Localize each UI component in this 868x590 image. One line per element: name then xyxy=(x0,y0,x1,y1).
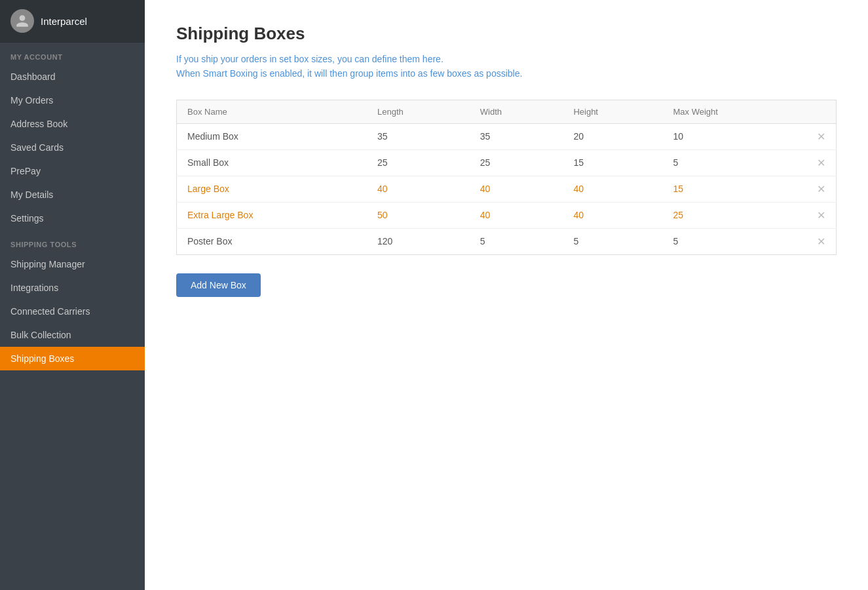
delete-row-button[interactable]: ✕ xyxy=(806,228,837,254)
cell-box-name: Medium Box xyxy=(177,123,367,149)
page-title: Shipping Boxes xyxy=(176,24,837,44)
cell-height: 20 xyxy=(563,123,662,149)
cell-height: 40 xyxy=(563,176,662,202)
sidebar-section-label-account: MY ACCOUNT xyxy=(0,43,145,65)
description-line1: If you ship your orders in set box sizes… xyxy=(176,52,837,66)
col-header-length: Length xyxy=(367,100,470,123)
table-row: Poster Box 120 5 5 5 ✕ xyxy=(177,228,837,254)
delete-row-button[interactable]: ✕ xyxy=(806,202,837,228)
cell-box-name: Small Box xyxy=(177,149,367,176)
cell-width: 40 xyxy=(470,202,563,228)
cell-box-name: Large Box xyxy=(177,176,367,202)
col-header-actions xyxy=(806,100,837,123)
cell-length: 35 xyxy=(367,123,470,149)
cell-max-weight: 5 xyxy=(662,149,806,176)
table-row: Large Box 40 40 40 15 ✕ xyxy=(177,176,837,202)
delete-row-button[interactable]: ✕ xyxy=(806,149,837,176)
delete-row-button[interactable]: ✕ xyxy=(806,176,837,202)
cell-length: 40 xyxy=(367,176,470,202)
cell-width: 25 xyxy=(470,149,563,176)
page-description: If you ship your orders in set box sizes… xyxy=(176,52,837,81)
sidebar-item-dashboard[interactable]: Dashboard xyxy=(0,65,145,88)
cell-width: 35 xyxy=(470,123,563,149)
cell-height: 40 xyxy=(563,202,662,228)
sidebar-item-connected-carriers[interactable]: Connected Carriers xyxy=(0,300,145,323)
cell-length: 120 xyxy=(367,228,470,254)
sidebar-section-shipping-tools: SHIPPING TOOLS Shipping Manager Integrat… xyxy=(0,230,145,370)
sidebar-section-my-account: MY ACCOUNT Dashboard My Orders Address B… xyxy=(0,43,145,230)
cell-height: 15 xyxy=(563,149,662,176)
avatar xyxy=(10,9,34,33)
col-header-box-name: Box Name xyxy=(177,100,367,123)
cell-max-weight: 15 xyxy=(662,176,806,202)
col-header-max-weight: Max Weight xyxy=(662,100,806,123)
cell-height: 5 xyxy=(563,228,662,254)
cell-length: 25 xyxy=(367,149,470,176)
col-header-height: Height xyxy=(563,100,662,123)
description-line2: When Smart Boxing is enabled, it will th… xyxy=(176,66,837,81)
delete-row-button[interactable]: ✕ xyxy=(806,123,837,149)
sidebar: Interparcel MY ACCOUNT Dashboard My Orde… xyxy=(0,0,145,590)
sidebar-header: Interparcel xyxy=(0,0,145,43)
shipping-boxes-table: Box Name Length Width Height Max Weight … xyxy=(176,100,837,255)
cell-max-weight: 25 xyxy=(662,202,806,228)
sidebar-item-settings[interactable]: Settings xyxy=(0,206,145,230)
cell-max-weight: 10 xyxy=(662,123,806,149)
cell-length: 50 xyxy=(367,202,470,228)
sidebar-item-bulk-collection[interactable]: Bulk Collection xyxy=(0,323,145,347)
sidebar-item-integrations[interactable]: Integrations xyxy=(0,276,145,300)
cell-width: 5 xyxy=(470,228,563,254)
table-row: Extra Large Box 50 40 40 25 ✕ xyxy=(177,202,837,228)
sidebar-item-address-book[interactable]: Address Book xyxy=(0,112,145,136)
sidebar-item-shipping-manager[interactable]: Shipping Manager xyxy=(0,252,145,276)
sidebar-item-prepay[interactable]: PrePay xyxy=(0,159,145,183)
sidebar-item-my-details[interactable]: My Details xyxy=(0,183,145,206)
brand-name: Interparcel xyxy=(41,16,87,27)
cell-box-name: Extra Large Box xyxy=(177,202,367,228)
sidebar-section-label-shipping: SHIPPING TOOLS xyxy=(0,230,145,252)
main-content: Shipping Boxes If you ship your orders i… xyxy=(145,0,868,590)
cell-width: 40 xyxy=(470,176,563,202)
table-row: Medium Box 35 35 20 10 ✕ xyxy=(177,123,837,149)
table-row: Small Box 25 25 15 5 ✕ xyxy=(177,149,837,176)
cell-max-weight: 5 xyxy=(662,228,806,254)
sidebar-item-my-orders[interactable]: My Orders xyxy=(0,88,145,112)
col-header-width: Width xyxy=(470,100,563,123)
cell-box-name: Poster Box xyxy=(177,228,367,254)
sidebar-item-shipping-boxes[interactable]: Shipping Boxes xyxy=(0,347,145,370)
sidebar-item-saved-cards[interactable]: Saved Cards xyxy=(0,136,145,159)
add-new-box-button[interactable]: Add New Box xyxy=(176,273,261,297)
